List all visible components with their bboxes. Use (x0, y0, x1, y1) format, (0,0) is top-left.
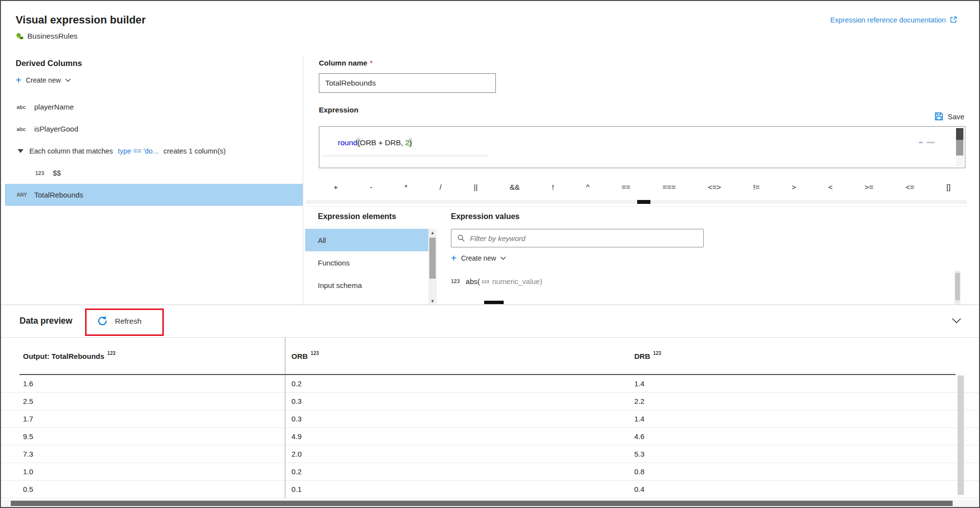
editor-minimap-slider[interactable] (956, 140, 963, 155)
preview-cell: 1.4 (634, 375, 645, 393)
expression-element-item[interactable]: Input schema (305, 274, 428, 296)
data-preview-bar-border (1, 337, 979, 338)
operator-button[interactable]: * (404, 183, 407, 192)
preview-vscrollbar-thumb[interactable] (958, 375, 964, 495)
operator-button[interactable]: && (510, 183, 520, 192)
column-header-orb[interactable]: ORB 123 (291, 337, 319, 375)
column-header-drb[interactable]: DRB 123 (634, 337, 661, 375)
save-icon (934, 111, 944, 121)
preview-cell: 1.7 (23, 410, 33, 428)
elements-scrollbar-thumb[interactable] (429, 238, 436, 279)
function-item-abs[interactable]: 123 abs( 123 numeric_value) (451, 273, 542, 289)
operator-button[interactable]: < (828, 183, 832, 192)
refresh-button[interactable]: Refresh (97, 315, 141, 327)
expression-code-editor[interactable]: round(ORB + DRB, 2) (319, 126, 965, 168)
number-type-badge: 123 (311, 351, 319, 356)
preview-cell: 0.4 (634, 481, 645, 498)
collapse-chevron-icon[interactable] (952, 318, 961, 324)
create-new-value-button[interactable]: + Create new (451, 253, 506, 263)
column-item-playername[interactable]: abc playerName (5, 96, 303, 118)
operator-button[interactable]: + (334, 183, 338, 192)
operator-button[interactable]: ! (552, 183, 554, 192)
preview-hscrollbar[interactable] (2, 500, 978, 507)
preview-cell: 1.4 (634, 410, 645, 428)
code-token: ) (409, 138, 412, 147)
values-vscrollbar-thumb[interactable] (955, 273, 960, 300)
column-item-pattern-child[interactable]: 123 $$ (5, 162, 303, 184)
operator-button[interactable]: > (792, 183, 796, 192)
values-hscrollbar-thumb[interactable] (484, 301, 504, 304)
operator-button[interactable]: - (370, 183, 373, 192)
preview-cell: 0.8 (634, 463, 645, 481)
data-preview-heading: Data preview (20, 316, 72, 326)
external-link-icon (949, 16, 958, 24)
preview-cell: 5.3 (634, 445, 645, 463)
operator-button[interactable]: == (622, 183, 630, 192)
operator-button[interactable]: >= (865, 183, 873, 192)
minimap-mark (919, 142, 923, 143)
source-name: BusinessRules (27, 32, 78, 41)
expression-element-item[interactable]: Functions (305, 251, 428, 274)
number-type-badge: 123 (482, 279, 490, 284)
preview-cell: 0.3 (291, 410, 302, 428)
expression-label: Expression (319, 106, 358, 114)
preview-cell: 9.5 (23, 428, 33, 445)
code-token: 2 (405, 138, 409, 147)
preview-cell: 0.5 (23, 481, 33, 498)
number-type-badge: 123 (653, 351, 662, 356)
column-name-input[interactable] (319, 73, 496, 93)
triangle-down-icon (18, 149, 23, 153)
editor-scrollbar[interactable] (956, 128, 963, 166)
pattern-match-expression[interactable]: type == 'do... (118, 147, 158, 155)
number-type-badge: 123 (451, 278, 460, 284)
column-item-isplayergood[interactable]: abc isPlayerGood (5, 118, 303, 140)
preview-cell: 0.1 (291, 481, 302, 498)
operator-button[interactable]: <= (906, 183, 914, 192)
expression-elements-heading: Expression elements (318, 212, 396, 221)
section-divider (306, 206, 967, 207)
operator-button[interactable]: || (474, 183, 478, 192)
preview-vscrollbar[interactable] (958, 375, 964, 498)
preview-rows: 1.60.21.42.50.32.21.70.31.49.54.94.67.32… (1, 375, 979, 498)
create-new-column-button[interactable]: + Create new (16, 75, 71, 85)
preview-cell: 0.2 (291, 463, 302, 481)
plus-icon: + (16, 75, 22, 85)
save-button[interactable]: Save (934, 111, 964, 121)
derived-column-icon (16, 32, 24, 41)
operator-button[interactable]: === (663, 183, 676, 192)
expression-code[interactable]: round(ORB + DRB, 2) (338, 138, 412, 147)
editor-scrollbar-thumb[interactable] (956, 128, 963, 140)
operator-button[interactable]: / (440, 183, 442, 192)
number-type-badge: 123 (107, 351, 115, 356)
derived-columns-list: abc playerName abc isPlayerGood Each col… (5, 96, 303, 206)
code-token: ORB + DRB, (360, 138, 405, 147)
column-pattern-item[interactable]: Each column that matches type == 'do... … (5, 140, 303, 162)
operator-scrollbar-track[interactable] (306, 200, 967, 204)
search-icon (457, 234, 465, 242)
string-type-badge: abc (17, 104, 34, 110)
expression-element-item[interactable]: All (305, 229, 428, 251)
filter-keyword-input[interactable] (470, 229, 703, 247)
operator-button[interactable]: != (753, 183, 759, 192)
preview-row: 0.50.10.4 (1, 481, 979, 498)
scroll-up-icon[interactable]: ▲ (428, 230, 437, 235)
operator-button[interactable]: ^ (586, 183, 589, 192)
chevron-down-icon (500, 256, 506, 260)
scroll-down-icon[interactable]: ▼ (428, 299, 437, 304)
preview-cell: 1.6 (23, 375, 33, 393)
elements-scrollbar[interactable]: ▲ ▼ (428, 229, 437, 305)
operator-button[interactable]: [] (946, 183, 951, 192)
expression-reference-doc-link[interactable]: Expression reference documentation (830, 16, 958, 24)
operator-toolbar: +-*/||&&!^=====<=>!=><>=<=[] (319, 180, 965, 195)
refresh-icon (97, 315, 108, 327)
preview-hscrollbar-thumb[interactable] (11, 501, 953, 506)
values-vscrollbar[interactable] (955, 271, 960, 305)
column-item-totalrebounds-selected[interactable]: ANY TotalRebounds (5, 184, 303, 206)
any-type-badge: ANY (17, 192, 34, 198)
preview-cell: 4.9 (291, 428, 302, 445)
editor-line-decoration (322, 155, 489, 156)
operator-button[interactable]: <=> (708, 183, 721, 192)
preview-cell: 0.3 (291, 393, 302, 410)
column-header-output[interactable]: Output: TotalRebounds 123 (23, 337, 115, 375)
operator-scrollbar-thumb[interactable] (637, 200, 650, 204)
